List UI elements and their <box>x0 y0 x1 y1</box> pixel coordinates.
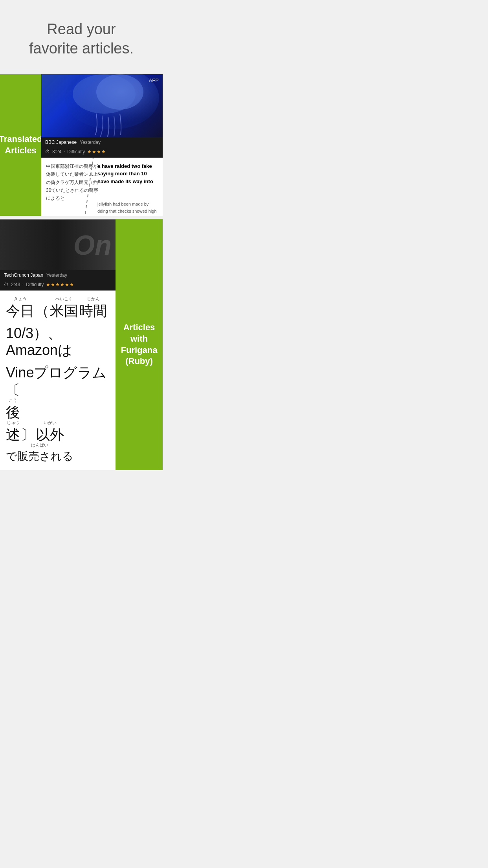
text-date: 10/3）、Amazonは <box>6 325 110 359</box>
japanese-line-1: きょう 今日 （ べいこく 米国 じかん 時間 <box>6 297 110 319</box>
difficulty-label-2: Difficulty <box>26 282 44 287</box>
furigana-kyou: きょう <box>14 297 27 302</box>
japanese-line-4: じゅつ 述 〕 いがい 以外 はんばい で販売される <box>6 421 110 464</box>
clock-icon: ⏱ <box>45 149 50 154</box>
furigana-label: Articles with Furigana (Ruby) <box>117 318 161 371</box>
japanese-large-content: きょう 今日 （ べいこく 米国 じかん 時間 <box>0 291 116 471</box>
content-split: 中国東部浙江省の警察が偽装していた業者ン以上の偽クラゲ万人民元（約30ていたとさ… <box>41 158 163 216</box>
on-text-decoration: On <box>73 230 112 261</box>
duration-text: 3:24 <box>52 149 61 154</box>
article-meta-source-2: TechCrunch Japan Yesterday <box>0 270 116 280</box>
english-regular-text: jellyfish had been made by dding that ch… <box>97 201 160 215</box>
article-right-panel: AFP BBC Japanese Yesterday ⏱ 3:24 · Diff… <box>41 74 163 216</box>
furigana-hanbai: はんばい <box>31 443 48 449</box>
article-left-panel: On TechCrunch Japan Yesterday ⏱ 2:43 · D… <box>0 219 116 471</box>
furigana-jikan: じかん <box>87 297 100 302</box>
article-image-2: On <box>0 219 116 270</box>
english-bold-text: a have raided two fake saying more than … <box>97 162 160 186</box>
ruby-date: 10/3）、Amazonは <box>6 319 110 359</box>
furigana-empty-1 <box>41 297 42 302</box>
furigana-empty-4 <box>27 421 28 426</box>
text-hanbai: で販売される <box>6 449 73 464</box>
article-content: 中国東部浙江省の警察が偽装していた業者ン以上の偽クラゲ万人民元（約30ていたとさ… <box>41 158 163 216</box>
kanji-beikoku: 米国 <box>50 302 78 319</box>
text-vine: Vineプログラム〔 <box>6 364 110 398</box>
article-date-2: Yesterday <box>46 272 67 278</box>
kanji-kou: 後 <box>6 404 20 421</box>
japanese-line-3: Vineプログラム〔 こう 後 <box>6 359 110 421</box>
article-image-bg <box>41 74 163 137</box>
article-date: Yesterday <box>80 140 101 145</box>
kanji-jikan: 時間 <box>79 302 107 319</box>
english-text: a have raided two fake saying more than … <box>96 158 163 216</box>
ruby-jikan: じかん 時間 <box>79 297 107 319</box>
difficulty-stars: ★★★★ <box>87 149 106 154</box>
japanese-text: 中国東部浙江省の警察が偽装していた業者ン以上の偽クラゲ万人民元（約30ていたとさ… <box>41 158 102 216</box>
article-meta-duration-2: ⏱ 2:43 · Difficulty ★★★★★★ <box>0 280 116 291</box>
translated-label: Translated Articles <box>0 130 46 160</box>
kanji-igai: 以外 <box>36 426 64 443</box>
header-section: Read your favorite articles. <box>0 0 163 74</box>
bracket-close: 〕 <box>21 426 35 443</box>
furigana-label-box: Articles with Furigana (Ruby) <box>116 219 163 471</box>
furigana-empty-2 <box>57 319 58 325</box>
article-image-bg-2: On <box>0 220 116 270</box>
ruby-kyou: きょう 今日 <box>6 297 34 319</box>
ruby-igai: いがい 以外 <box>36 421 64 443</box>
svg-point-2 <box>96 74 143 110</box>
dot-separator: · <box>64 149 65 154</box>
top-divider <box>0 219 116 220</box>
page-title: Read your favorite articles. <box>12 20 151 59</box>
furigana-jutsu: じゅつ <box>7 421 20 426</box>
difficulty-stars-2: ★★★★★★ <box>46 282 74 287</box>
difficulty-label: Difficulty <box>67 149 85 154</box>
kanji-jutsu: 述 <box>6 426 20 443</box>
translated-label-box: Translated Articles <box>0 74 41 216</box>
ruby-jutsu: じゅつ 述 <box>6 421 20 443</box>
afp-badge: AFP <box>149 77 159 83</box>
ruby-paren-open: （ <box>35 297 49 319</box>
ruby-hanbai: はんばい で販売される <box>6 443 73 464</box>
clock-icon-2: ⏱ <box>4 282 9 287</box>
furigana-articles-card[interactable]: On TechCrunch Japan Yesterday ⏱ 2:43 · D… <box>0 219 163 471</box>
article-meta-source: BBC Japanese Yesterday <box>41 137 163 147</box>
furigana-empty-3 <box>57 359 58 364</box>
ruby-beikoku: べいこく 米国 <box>50 297 78 319</box>
article-meta-duration: ⏱ 3:24 · Difficulty ★★★★ <box>41 147 163 158</box>
ruby-vine: Vineプログラム〔 <box>6 359 110 398</box>
furigana-kou: こう <box>9 398 17 404</box>
ruby-bracket-close: 〕 <box>21 421 35 443</box>
furigana-igai: いがい <box>44 421 57 426</box>
kanji-kyou: 今日 <box>6 302 34 319</box>
article-image: AFP <box>41 74 163 137</box>
translated-articles-card[interactable]: Translated Articles <box>0 74 163 216</box>
furigana-beikoku: べいこく <box>55 297 73 302</box>
duration-text-2: 2:43 <box>11 282 20 287</box>
source-name: BBC Japanese <box>45 140 77 145</box>
japanese-line-2: 10/3）、Amazonは <box>6 319 110 359</box>
paren-open: （ <box>35 302 49 319</box>
ruby-kou: こう 後 <box>6 398 20 421</box>
source-name-2: TechCrunch Japan <box>4 272 43 278</box>
dot-separator-2: · <box>22 282 24 287</box>
